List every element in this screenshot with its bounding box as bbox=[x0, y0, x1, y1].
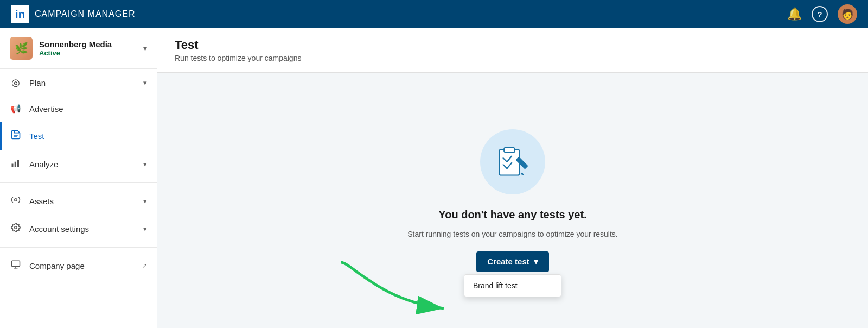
assets-label: Assets bbox=[29, 197, 136, 206]
help-icon[interactable]: ? bbox=[812, 6, 828, 22]
page-title: Test bbox=[175, 38, 851, 52]
plan-label: Plan bbox=[29, 78, 136, 87]
account-settings-chevron-icon: ▾ bbox=[143, 225, 147, 233]
main-layout: 🌿 Sonnenberg Media Active ▾ ◎ Plan ▾ 📢 A… bbox=[0, 28, 868, 328]
main-content: Test Run tests to optimize your campaign… bbox=[157, 28, 868, 328]
brand-lift-test-option[interactable]: Brand lift test bbox=[464, 275, 561, 297]
app-title: CAMPAIGN MANAGER bbox=[35, 9, 136, 19]
top-navigation: in CAMPAIGN MANAGER 🔔 ? 🧑 bbox=[0, 0, 868, 28]
account-logo: 🌿 bbox=[10, 37, 33, 60]
svg-rect-10 bbox=[500, 149, 520, 175]
topnav-right: 🔔 ? 🧑 bbox=[787, 4, 857, 24]
sidebar-item-assets[interactable]: Assets ▾ bbox=[0, 187, 157, 215]
advertise-icon: 📢 bbox=[10, 104, 22, 114]
empty-state-subtitle: Start running tests on your campaigns to… bbox=[407, 230, 618, 238]
empty-state-illustration bbox=[480, 129, 545, 194]
create-test-label: Create test bbox=[487, 257, 529, 266]
svg-marker-17 bbox=[520, 172, 524, 175]
sidebar-item-advertise[interactable]: 📢 Advertise bbox=[0, 96, 157, 122]
svg-rect-3 bbox=[15, 162, 16, 167]
empty-state-title: You don't have any tests yet. bbox=[438, 209, 586, 221]
test-icon bbox=[10, 129, 22, 143]
create-test-dropdown-icon: ▾ bbox=[534, 257, 538, 267]
test-label: Test bbox=[29, 131, 147, 141]
sidebar-item-test[interactable]: Test bbox=[0, 122, 157, 150]
green-arrow-icon bbox=[335, 257, 455, 322]
svg-rect-7 bbox=[12, 261, 20, 267]
analyze-chevron-icon: ▾ bbox=[143, 160, 147, 168]
create-test-dropdown: Brand lift test bbox=[464, 274, 561, 297]
sidebar-item-plan[interactable]: ◎ Plan ▾ bbox=[0, 69, 157, 96]
user-avatar[interactable]: 🧑 bbox=[838, 4, 857, 24]
linkedin-logo[interactable]: in bbox=[11, 5, 29, 23]
sidebar: 🌿 Sonnenberg Media Active ▾ ◎ Plan ▾ 📢 A… bbox=[0, 28, 157, 328]
analyze-label: Analyze bbox=[29, 160, 136, 169]
advertise-label: Advertise bbox=[29, 104, 147, 113]
plan-icon: ◎ bbox=[10, 77, 22, 89]
assets-icon bbox=[10, 195, 22, 207]
account-settings-label: Account settings bbox=[29, 224, 136, 234]
account-header[interactable]: 🌿 Sonnenberg Media Active ▾ bbox=[0, 28, 157, 69]
svg-rect-2 bbox=[12, 164, 14, 167]
create-test-button[interactable]: Create test ▾ bbox=[476, 251, 549, 272]
assets-chevron-icon: ▾ bbox=[143, 197, 147, 205]
svg-point-6 bbox=[15, 226, 17, 229]
sidebar-item-analyze[interactable]: Analyze ▾ bbox=[0, 150, 157, 178]
account-chevron-icon: ▾ bbox=[143, 44, 147, 53]
account-status: Active bbox=[39, 49, 137, 57]
svg-rect-4 bbox=[17, 160, 19, 167]
create-test-wrapper: Create test ▾ Brand lift test bbox=[476, 251, 549, 272]
linkedin-logo-text: in bbox=[15, 8, 25, 21]
content-body: You don't have any tests yet. Start runn… bbox=[157, 73, 868, 328]
svg-point-5 bbox=[15, 199, 17, 201]
company-page-icon bbox=[10, 260, 22, 272]
topnav-left: in CAMPAIGN MANAGER bbox=[11, 5, 136, 23]
analyze-icon bbox=[10, 158, 22, 171]
nav-divider-2 bbox=[0, 247, 157, 248]
page-subtitle: Run tests to optimize your campaigns bbox=[175, 54, 851, 62]
account-settings-icon bbox=[10, 223, 22, 235]
arrow-annotation bbox=[335, 257, 455, 324]
sidebar-item-account-settings[interactable]: Account settings ▾ bbox=[0, 215, 157, 243]
account-info: Sonnenberg Media Active bbox=[39, 40, 137, 57]
svg-rect-11 bbox=[504, 147, 514, 152]
notification-icon[interactable]: 🔔 bbox=[787, 7, 802, 21]
content-header: Test Run tests to optimize your campaign… bbox=[157, 28, 868, 73]
company-page-label: Company page bbox=[29, 261, 135, 270]
account-name: Sonnenberg Media bbox=[39, 40, 137, 49]
plan-chevron-icon: ▾ bbox=[143, 79, 147, 87]
company-page-external-icon: ↗ bbox=[142, 262, 147, 269]
sidebar-item-company-page[interactable]: Company page ↗ bbox=[0, 252, 157, 280]
clipboard-icon bbox=[494, 143, 532, 181]
nav-divider-1 bbox=[0, 182, 157, 183]
